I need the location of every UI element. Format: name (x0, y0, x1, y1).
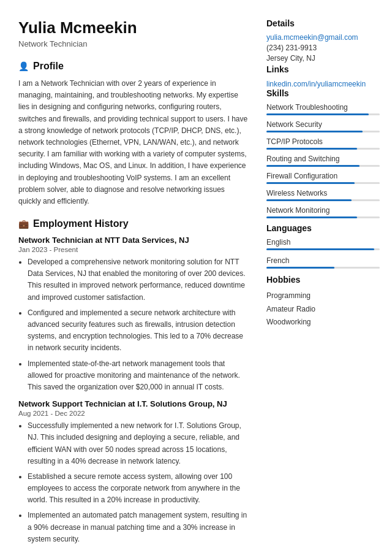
language-bar-fill (266, 267, 334, 269)
skill-item: Firewall Configuration (266, 172, 380, 184)
list-item: Developed a comprehensive network monito… (28, 256, 248, 304)
job-title-text: Network Support Technician at I.T. Solut… (18, 399, 248, 408)
skill-bar-fill (266, 216, 357, 218)
skill-bar-fill (266, 182, 355, 184)
linkedin-link[interactable]: linkedin.com/in/yuliamcmeekin (266, 80, 366, 88)
employment-icon: 💼 (18, 219, 29, 229)
language-bar-bg (266, 248, 380, 250)
skill-name: Network Monitoring (266, 206, 380, 215)
languages-list: EnglishFrench (266, 238, 380, 269)
language-item: French (266, 256, 380, 269)
details-heading: Details (266, 18, 380, 28)
skill-name: Routing and Switching (266, 155, 380, 163)
skill-name: Wireless Networks (266, 189, 380, 197)
skill-name: Firewall Configuration (266, 172, 380, 180)
employment-section: 💼 Employment History Network Technician … (18, 218, 248, 545)
left-column: Yulia Mcmeekin Network Technician 👤 Prof… (18, 18, 248, 555)
skill-item: Network Troubleshooting (266, 103, 380, 115)
hobby-item: Amateur Radio (266, 303, 380, 316)
languages-section: Languages EnglishFrench (266, 223, 380, 269)
hobbies-heading: Hobbies (266, 275, 380, 285)
hobby-item: Programming (266, 289, 380, 303)
full-name: Yulia Mcmeekin (18, 18, 248, 37)
list-item: Successfully implemented a new network f… (28, 420, 248, 467)
skill-bar-bg (266, 113, 380, 115)
job-bullets: Successfully implemented a new network f… (18, 420, 248, 545)
language-item: English (266, 238, 380, 250)
languages-heading: Languages (266, 223, 380, 233)
email-link[interactable]: yulia.mcmeekin@gmail.com (266, 33, 380, 42)
skill-bar-bg (266, 182, 380, 184)
list-item: Configured and implemented a secure netw… (28, 307, 248, 354)
header: Yulia Mcmeekin Network Technician (18, 18, 248, 48)
skills-heading: Skills (266, 88, 380, 98)
skill-bar-bg (266, 216, 380, 218)
list-item: Implemented an automated patch managemen… (28, 510, 248, 545)
skill-bar-bg (266, 131, 380, 132)
skill-item: TCP/IP Protocols (266, 137, 380, 150)
job-item: Network Support Technician at I.T. Solut… (18, 399, 248, 545)
details-section: Details yulia.mcmeekin@gmail.com (234) 2… (266, 18, 380, 63)
skill-item: Wireless Networks (266, 189, 380, 201)
profile-icon: 👤 (18, 61, 29, 71)
phone: (234) 231-9913 (266, 44, 380, 52)
skill-item: Routing and Switching (266, 155, 380, 167)
skill-bar-fill (266, 165, 360, 167)
language-bar-bg (266, 267, 380, 269)
skill-name: TCP/IP Protocols (266, 137, 380, 146)
skill-bar-bg (266, 148, 380, 150)
job-title: Network Technician (18, 39, 248, 48)
employment-heading: 💼 Employment History (18, 218, 248, 229)
language-name: English (266, 238, 380, 247)
job-item: Network Technician at NTT Data Services,… (18, 235, 248, 393)
language-bar-fill (266, 248, 374, 250)
skill-bar-fill (266, 113, 369, 115)
links-heading: Links (266, 64, 380, 74)
hobbies-section: Hobbies ProgrammingAmateur RadioWoodwork… (266, 275, 380, 329)
skill-bar-fill (266, 148, 357, 150)
language-name: French (266, 256, 380, 265)
profile-text: I am a Network Technician with over 2 ye… (18, 78, 248, 207)
skill-name: Network Troubleshooting (266, 103, 380, 112)
skill-item: Network Security (266, 120, 380, 132)
job-date-text: Aug 2021 - Dec 2022 (18, 410, 248, 417)
skill-bar-bg (266, 165, 380, 167)
skill-bar-fill (266, 199, 352, 201)
profile-section: 👤 Profile I am a Network Technician with… (18, 61, 248, 207)
skill-bar-bg (266, 199, 380, 201)
skills-list: Network TroubleshootingNetwork SecurityT… (266, 103, 380, 218)
jobs-list: Network Technician at NTT Data Services,… (18, 235, 248, 545)
job-date-text: Jan 2023 - Present (18, 246, 248, 253)
right-column: Details yulia.mcmeekin@gmail.com (234) 2… (266, 18, 380, 555)
skill-name: Network Security (266, 120, 380, 129)
profile-heading: 👤 Profile (18, 61, 248, 72)
list-item: Implemented state-of-the-art network man… (28, 358, 248, 394)
hobbies-list: ProgrammingAmateur RadioWoodworking (266, 289, 380, 329)
job-bullets: Developed a comprehensive network monito… (18, 256, 248, 393)
skill-item: Network Monitoring (266, 206, 380, 218)
links-section: Links linkedin.com/in/yuliamcmeekin (266, 64, 380, 88)
list-item: Established a secure remote access syste… (28, 471, 248, 507)
skill-bar-fill (266, 131, 363, 132)
hobby-item: Woodworking (266, 316, 380, 329)
city: Jersey City, NJ (266, 54, 380, 63)
skills-section: Skills Network TroubleshootingNetwork Se… (266, 88, 380, 218)
job-title-text: Network Technician at NTT Data Services,… (18, 235, 248, 245)
